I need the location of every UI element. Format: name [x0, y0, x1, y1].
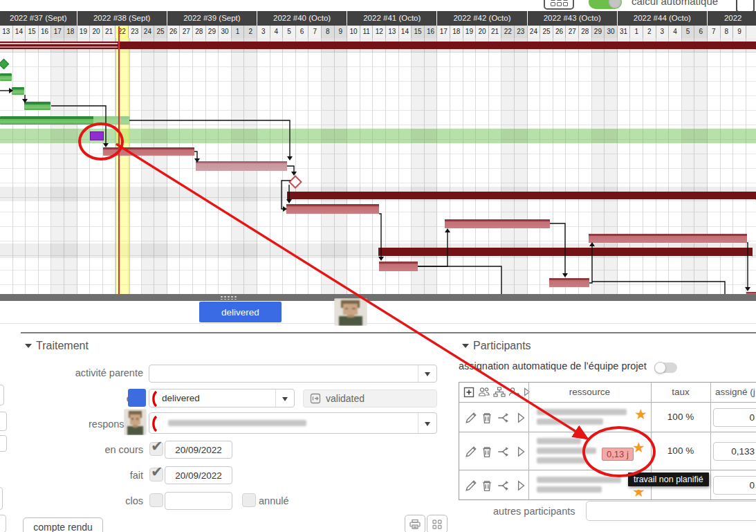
- en-cours-date-input[interactable]: 20/09/2022: [165, 441, 232, 459]
- assigne-input[interactable]: 0: [713, 476, 756, 495]
- detach-participant-button[interactable]: [497, 446, 509, 458]
- auto-assign-toggle[interactable]: [654, 363, 677, 373]
- traitement-section-header[interactable]: Traitement: [25, 340, 89, 352]
- connector-arrowhead: [562, 273, 568, 277]
- drag-handle-icon[interactable]: [220, 295, 238, 300]
- gantt-day-header: [746, 26, 756, 38]
- gantt-bar-task-pink[interactable]: [286, 204, 379, 214]
- gantt-week-header: 2022 #39 (Sept): [167, 11, 257, 26]
- status-delivered-button[interactable]: delivered: [199, 302, 282, 322]
- edit-participant-button[interactable]: [465, 479, 477, 492]
- gantt-bar-milestone[interactable]: [0, 59, 9, 70]
- clos-date-input[interactable]: [165, 492, 232, 510]
- gantt-splitter[interactable]: [0, 294, 756, 301]
- detach-participant-button[interactable]: [497, 479, 509, 492]
- col-header-assigne: assigné (j: [715, 387, 755, 397]
- toggle-knob: [654, 362, 666, 374]
- expand-participant-button[interactable]: [515, 412, 527, 424]
- add-team-button[interactable]: [477, 386, 491, 398]
- gantt-bar-task-green[interactable]: [0, 73, 12, 81]
- label-responsable: responsable: [0, 419, 143, 430]
- taux-value: 100 %: [651, 412, 710, 422]
- activite-parente-select[interactable]: [149, 365, 437, 383]
- gantt-day-header: 12: [373, 26, 386, 38]
- gantt-day-header: 22: [501, 26, 515, 38]
- dependency-connector: [287, 166, 294, 172]
- gantt-day-header: 5: [682, 26, 695, 38]
- edit-participant-button[interactable]: [465, 446, 477, 458]
- participants-section-header[interactable]: Participants: [462, 340, 531, 352]
- en-cours-checkbox[interactable]: ✔: [149, 442, 163, 456]
- validated-badge[interactable]: validated: [303, 389, 437, 407]
- add-participant-button[interactable]: [463, 387, 474, 398]
- resource-grid-button[interactable]: [544, 0, 574, 10]
- assigne-input[interactable]: 0,133: [713, 442, 756, 461]
- gantt-day-header: 6: [694, 26, 708, 38]
- clos-checkbox[interactable]: [149, 493, 163, 507]
- add-organization-button[interactable]: [493, 386, 506, 398]
- gantt-bar-summary[interactable]: [287, 192, 756, 199]
- column-divider: [710, 383, 711, 499]
- gantt-week-header: 2022 #44 (Octo): [618, 11, 707, 26]
- gantt-bar-task-green[interactable]: [24, 102, 50, 110]
- gantt-day-header: 8: [322, 26, 335, 38]
- grid-squares-icon: [432, 519, 443, 530]
- gantt-day-header: 20: [476, 26, 489, 38]
- export-resource-button[interactable]: [507, 386, 521, 398]
- edit-participant-button[interactable]: [465, 412, 477, 424]
- gantt-week-header: 2022 #43 (Octo): [528, 11, 617, 26]
- gantt-bar-task-pink[interactable]: [589, 234, 747, 243]
- dropdown-button[interactable]: [275, 389, 294, 407]
- gantt-day-header: 18: [450, 26, 463, 38]
- weekend-shade: [142, 38, 155, 294]
- gantt-week-header: 2022: [708, 11, 756, 26]
- compte-rendu-button[interactable]: compte rendu: [23, 517, 103, 532]
- gantt-day-header: 29: [206, 26, 219, 38]
- participant-name-redacted: [537, 457, 587, 464]
- assigne-input[interactable]: 0: [713, 408, 756, 427]
- dependency-connector: [194, 152, 197, 158]
- participants-title: Participants: [473, 340, 531, 351]
- auto-assign-label: assignation automatique de l’équipe proj…: [459, 360, 647, 372]
- checklist-button[interactable]: [427, 515, 448, 532]
- gantt-bar-task-pink[interactable]: [379, 262, 418, 271]
- star-icon: ★: [632, 486, 645, 498]
- star-icon: ★: [634, 408, 647, 421]
- gantt-bar-task-pink[interactable]: [549, 278, 589, 287]
- expand-participant-button[interactable]: [515, 446, 527, 458]
- gantt-bar-summary[interactable]: [0, 42, 756, 49]
- fait-checkbox[interactable]: ✔: [149, 468, 163, 481]
- print-button[interactable]: [405, 515, 425, 532]
- dropdown-button[interactable]: [418, 413, 436, 433]
- gantt-bar-summary[interactable]: [378, 248, 753, 256]
- expand-participant-button[interactable]: [515, 479, 527, 492]
- fait-date-input[interactable]: 20/09/2022: [165, 466, 232, 484]
- annotation-ellipse-gantt: [78, 122, 124, 160]
- autres-participants-input[interactable]: [586, 501, 756, 521]
- gantt-week-header: 2022 #40 (Octo): [257, 11, 347, 26]
- gantt-day-header: 2: [643, 26, 656, 38]
- printer-icon: [409, 519, 421, 530]
- gantt-bar-task-green[interactable]: [12, 87, 24, 95]
- etat-select[interactable]: delivered: [149, 389, 295, 407]
- column-divider: [528, 383, 529, 499]
- gantt-day-header: 30: [605, 26, 618, 38]
- validated-label: validated: [326, 393, 365, 404]
- label-annule: annulé: [259, 495, 289, 506]
- responsable-select[interactable]: [149, 412, 437, 434]
- calc-auto-toggle[interactable]: [589, 0, 622, 9]
- unplanned-work-tooltip: travail non planifié: [628, 473, 709, 486]
- detach-participant-button[interactable]: [497, 412, 509, 424]
- gantt-bar-task-green[interactable]: [0, 116, 129, 125]
- delete-participant-button[interactable]: [481, 479, 493, 492]
- delete-participant-button[interactable]: [481, 412, 493, 424]
- dropdown-button[interactable]: [418, 365, 436, 382]
- gantt-day-header: 20: [90, 26, 103, 38]
- gantt-bar-task-pink-light[interactable]: [196, 161, 287, 171]
- gantt-day-header: 21: [103, 26, 116, 38]
- gantt-bar-task-pink[interactable]: [445, 219, 550, 228]
- annule-checkbox[interactable]: [242, 493, 256, 507]
- col-header-ressource: ressource: [528, 387, 651, 397]
- taux-value: 100 %: [651, 446, 710, 456]
- delete-participant-button[interactable]: [481, 446, 493, 458]
